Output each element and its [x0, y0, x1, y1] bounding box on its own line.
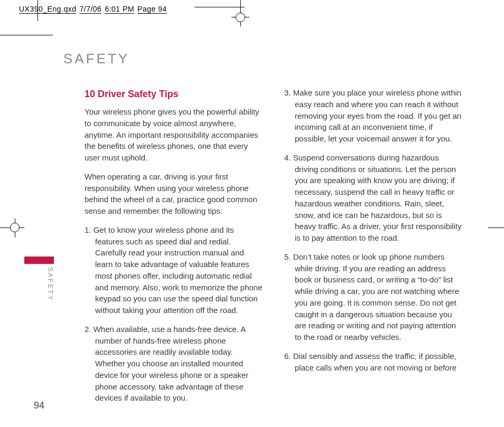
- page-number: 94: [34, 400, 44, 411]
- tip-text: Dial sensibly and assess the traffic; if…: [293, 352, 456, 372]
- prepress-slug: UX390_Eng.qxd 7/7/06 6:01 PM Page 94: [19, 4, 167, 14]
- list-item: 1. Get to know your wireless phone and i…: [85, 224, 263, 316]
- list-item: 2. When available, use a hands-free devi…: [85, 324, 263, 404]
- tips-list-left: 1. Get to know your wireless phone and i…: [85, 224, 263, 404]
- right-column: 3. Make sure you place your wireless pho…: [284, 87, 463, 411]
- slug-page: Page 94: [137, 4, 167, 14]
- left-column: 10 Driver Safety Tips Your wireless phon…: [63, 87, 263, 411]
- list-item: 4. Suspend conversations during hazardou…: [284, 152, 463, 244]
- side-tab-bar: [24, 257, 54, 264]
- running-head: SAFETY: [63, 51, 463, 67]
- tip-text: Make sure you place your wireless phone …: [293, 88, 462, 143]
- slug-time: 6:01 PM: [105, 4, 134, 14]
- side-tab-label: SAFETY: [46, 267, 54, 301]
- tip-text: Don’t take notes or look up phone number…: [293, 252, 459, 341]
- tip-text: When available, use a hands-free device.…: [94, 325, 248, 403]
- tips-list-right: 3. Make sure you place your wireless pho…: [284, 87, 463, 373]
- list-item: 5. Don’t take notes or look up phone num…: [284, 251, 463, 343]
- page-body: SAFETY SAFETY 10 Driver Safety Tips Your…: [37, 35, 489, 427]
- tip-text: Get to know your wireless phone and its …: [94, 225, 263, 315]
- intro-paragraph: Your wireless phone gives you the powerf…: [85, 106, 263, 164]
- slug-date: 7/7/06: [79, 4, 101, 14]
- list-item: 3. Make sure you place your wireless pho…: [284, 87, 463, 145]
- tip-text: Suspend conversations during hazardous d…: [293, 153, 462, 242]
- side-tab: SAFETY: [24, 257, 54, 266]
- list-item: 6. Dial sensibly and assess the traffic;…: [284, 350, 463, 374]
- section-title: 10 Driver Safety Tips: [85, 87, 263, 101]
- intro-paragraph: When operating a car, driving is your fi…: [85, 171, 263, 217]
- slug-filename: UX390_Eng.qxd: [19, 4, 76, 14]
- content-columns: 10 Driver Safety Tips Your wireless phon…: [63, 87, 463, 411]
